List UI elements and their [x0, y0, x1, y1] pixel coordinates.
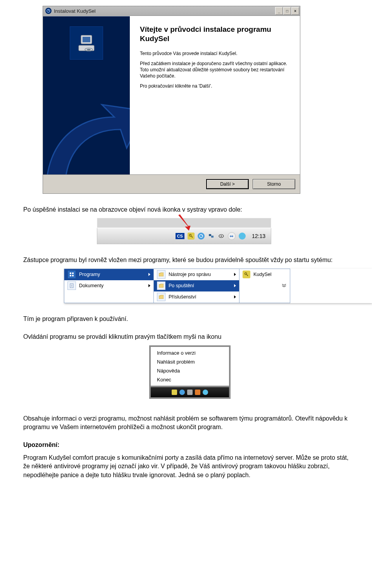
sm-documents-label: Dokumenty: [79, 283, 103, 288]
sm-documents[interactable]: Dokumenty: [64, 280, 153, 291]
sm-startup-label: Po spuštění: [169, 283, 194, 288]
minimize-button[interactable]: _: [275, 7, 283, 15]
installer-window: Instalovat KudySel _ □ ×: [43, 6, 300, 194]
tray-blue-icon: [179, 390, 185, 395]
installer-heading: Vítejte v průvodci instalace programu Ku…: [140, 25, 291, 43]
clock[interactable]: 12:13: [252, 233, 265, 239]
chevron-down-icon: [281, 283, 287, 289]
sm-kudysel[interactable]: KudySel: [239, 269, 290, 280]
tray-orange-icon: [195, 390, 200, 395]
svg-point-5: [87, 49, 91, 50]
ctx-info[interactable]: Informace o verzi: [151, 348, 229, 357]
volume-tray-icon[interactable]: [218, 233, 225, 240]
installer-sidebar-graphic: [43, 16, 130, 174]
contextmenu-screenshot: Informace o verzi Nahlásit problém Nápov…: [149, 345, 231, 399]
key-icon: [243, 271, 250, 278]
network-tray-icon[interactable]: [208, 233, 215, 240]
sm-startup[interactable]: Po spuštění: [154, 280, 239, 291]
cancel-button[interactable]: Storno: [253, 179, 295, 189]
installer-paragraph-3: Pro pokračování klikněte na 'Další'.: [140, 83, 291, 89]
programs-icon: [67, 270, 76, 279]
systray-screenshot: CS 12:13: [97, 218, 271, 244]
doc-paragraph-3: Tím je program připraven k používání.: [23, 315, 349, 323]
kudysel-tray-icon[interactable]: [188, 233, 195, 240]
tray-cyan-icon: [203, 390, 208, 395]
sync-tray-icon[interactable]: [198, 233, 205, 240]
svg-rect-12: [70, 272, 71, 274]
doc-paragraph-4: Ovládání programu se provádí kliknutím p…: [23, 333, 349, 341]
tray-key-icon: [172, 390, 177, 395]
computer-icon: [70, 26, 103, 60]
sm-accessories-label: Příslušenství: [169, 294, 196, 300]
language-badge[interactable]: CS: [176, 233, 184, 239]
ctx-tray-bar: [149, 387, 231, 399]
ctx-report[interactable]: Nahlásit problém: [151, 357, 229, 366]
installer-app-icon: [45, 8, 52, 14]
installer-title: Instalovat KudySel: [54, 8, 275, 14]
svg-rect-2: [83, 37, 90, 42]
installer-paragraph-1: Tento průvodce Vás provede instalací Kud…: [140, 50, 291, 57]
next-button[interactable]: Další >: [206, 179, 249, 189]
warning-label: Upozornění:: [23, 441, 349, 449]
installer-paragraph-2: Před začátkem instalace je doporučeno za…: [140, 60, 291, 79]
svg-rect-14: [70, 275, 71, 276]
sm-programs[interactable]: Programy: [64, 269, 153, 280]
teamviewer-tray-icon[interactable]: [228, 232, 236, 240]
ctx-help[interactable]: Nápověda: [151, 366, 229, 375]
sm-kudysel-label: KudySel: [253, 272, 272, 277]
svg-rect-8: [211, 236, 214, 238]
ctx-exit[interactable]: Konec: [151, 375, 229, 384]
doc-paragraph-2: Zástupce programu byl rovněž vložen mezi…: [23, 256, 349, 264]
folder-icon: [157, 270, 165, 279]
sm-accessories[interactable]: Příslušenství: [154, 291, 239, 303]
sm-expand[interactable]: [239, 280, 290, 291]
documents-icon: [67, 281, 76, 290]
tray-net-icon: [187, 390, 193, 395]
svg-rect-3: [79, 45, 94, 51]
arrow-pointer-icon: [177, 214, 193, 231]
close-button[interactable]: ×: [291, 7, 299, 15]
doc-paragraph-6: Program Kudyšel comfort pracuje s komuni…: [23, 454, 349, 479]
installer-titlebar: Instalovat KudySel _ □ ×: [43, 6, 300, 16]
doc-paragraph-1: Po úspěšné instalaci se na obrazovce obj…: [23, 205, 349, 214]
svg-point-17: [245, 273, 247, 275]
startmenu-screenshot: Programy Dokumenty Nástroje pro správu: [64, 269, 372, 303]
doc-paragraph-5: Obsahuje informaci o verzi programu, mož…: [23, 414, 349, 432]
folder-icon: [157, 293, 165, 301]
svg-point-6: [189, 235, 191, 236]
app-tray-icon[interactable]: [239, 233, 246, 240]
maximize-button[interactable]: □: [283, 7, 291, 15]
svg-rect-13: [72, 272, 74, 274]
svg-rect-15: [72, 275, 74, 276]
svg-point-10: [220, 236, 222, 237]
sm-admin-label: Nástroje pro správu: [169, 272, 211, 277]
sm-admin-tools[interactable]: Nástroje pro správu: [154, 269, 239, 280]
svg-rect-11: [231, 236, 232, 236]
folder-icon: [157, 281, 165, 290]
sm-programs-label: Programy: [79, 272, 100, 277]
svg-rect-7: [209, 234, 211, 236]
